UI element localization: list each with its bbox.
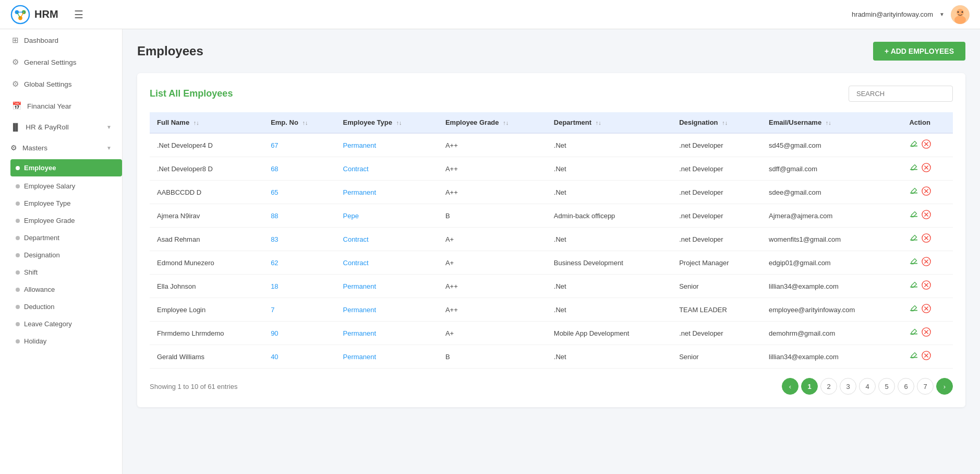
- pagination-page-7[interactable]: 7: [917, 378, 934, 395]
- edit-button[interactable]: [909, 280, 918, 292]
- edit-button[interactable]: [909, 351, 918, 362]
- delete-button[interactable]: [922, 210, 931, 221]
- cell-emp-no: 65: [263, 181, 335, 204]
- masters-icon: ⚙: [10, 144, 17, 152]
- cell-action: [902, 204, 953, 228]
- card-header: List All Employees: [150, 86, 953, 102]
- edit-button[interactable]: [909, 139, 918, 151]
- cell-designation: .net Developer: [672, 157, 761, 181]
- employees-table: Full Name ↑↓ Emp. No ↑↓ Employee Type ↑↓…: [150, 112, 953, 369]
- dot-employee-type: [16, 202, 20, 206]
- cell-employee-type: Pepe: [336, 204, 438, 228]
- delete-button[interactable]: [922, 257, 931, 268]
- pagination-prev[interactable]: ‹: [782, 378, 798, 395]
- sidebar-sub-item-designation[interactable]: Designation: [10, 246, 122, 264]
- cell-employee-type: Permanent: [336, 133, 438, 157]
- cell-email: sd45@gmail.com: [761, 133, 902, 157]
- dot-shift: [16, 270, 20, 275]
- delete-button[interactable]: [922, 139, 931, 151]
- sidebar-sub-item-leave-category[interactable]: Leave Category: [10, 315, 122, 333]
- sidebar-sub-item-employee-salary[interactable]: Employee Salary: [10, 177, 122, 195]
- sort-employee-type-icon[interactable]: ↑↓: [396, 120, 402, 126]
- delete-button[interactable]: [922, 280, 931, 292]
- edit-button[interactable]: [909, 327, 918, 339]
- edit-button[interactable]: [909, 186, 918, 198]
- sidebar-sub-item-holiday[interactable]: Holiday: [10, 333, 122, 350]
- pagination: ‹1234567›: [782, 378, 953, 395]
- edit-button[interactable]: [909, 163, 918, 174]
- pagination-page-1[interactable]: 1: [801, 378, 818, 395]
- page-header: Employees + ADD EMPLOYEES: [137, 42, 965, 61]
- cell-full-name: .Net Developer8 D: [150, 157, 263, 181]
- cell-action: [902, 322, 953, 345]
- table-row: Ajmera N9irav 88 Pepe B Admin-back offic…: [150, 204, 953, 228]
- cell-employee-type: Permanent: [336, 298, 438, 322]
- cell-employee-type: Contract: [336, 228, 438, 251]
- user-dropdown-arrow[interactable]: ▼: [939, 11, 945, 17]
- sidebar-item-hr-payroll[interactable]: ▐▌ HR & PayRoll ▼: [0, 117, 122, 137]
- sidebar-item-general-settings[interactable]: ⚙ General Settings: [0, 51, 122, 73]
- sidebar-sub-item-department[interactable]: Department: [10, 229, 122, 246]
- pagination-page-2[interactable]: 2: [820, 378, 837, 395]
- dot-allowance: [16, 288, 20, 292]
- edit-button[interactable]: [909, 233, 918, 245]
- col-full-name: Full Name ↑↓: [150, 112, 263, 133]
- sidebar-item-masters[interactable]: ⚙ Masters ▼: [0, 137, 122, 158]
- pagination-next[interactable]: ›: [936, 378, 953, 395]
- sort-email-icon[interactable]: ↑↓: [826, 120, 831, 126]
- pagination-page-4[interactable]: 4: [859, 378, 876, 395]
- search-input[interactable]: [849, 86, 953, 102]
- cell-employee-grade: A++: [438, 298, 547, 322]
- edit-button[interactable]: [909, 304, 918, 315]
- pagination-page-6[interactable]: 6: [898, 378, 914, 395]
- cell-designation: .net Developer: [672, 228, 761, 251]
- edit-button[interactable]: [909, 257, 918, 268]
- hamburger-button[interactable]: ☰: [74, 8, 83, 21]
- col-employee-grade: Employee Grade ↑↓: [438, 112, 547, 133]
- cell-action: [902, 133, 953, 157]
- sidebar-sub-item-deduction[interactable]: Deduction: [10, 298, 122, 315]
- delete-button[interactable]: [922, 186, 931, 198]
- sidebar-sub-item-employee-grade[interactable]: Employee Grade: [10, 212, 122, 229]
- cell-employee-type: Contract: [336, 251, 438, 275]
- pagination-page-3[interactable]: 3: [840, 378, 856, 395]
- sidebar-item-global-settings[interactable]: ⚙ Global Settings: [0, 73, 122, 95]
- col-action: Action: [902, 112, 953, 133]
- delete-button[interactable]: [922, 233, 931, 245]
- cell-email: womenfits1@gmail.com: [761, 228, 902, 251]
- logo-icon: [10, 5, 30, 25]
- svg-point-0: [11, 5, 29, 23]
- delete-button[interactable]: [922, 304, 931, 315]
- sidebar-sub-item-employee-salary-label: Employee Salary: [24, 182, 75, 190]
- sort-employee-grade-icon[interactable]: ↑↓: [503, 120, 509, 126]
- delete-button[interactable]: [922, 327, 931, 339]
- sidebar-item-financial-year[interactable]: 📅 Financial Year: [0, 95, 122, 117]
- edit-button[interactable]: [909, 210, 918, 221]
- sort-department-icon[interactable]: ↑↓: [596, 120, 601, 126]
- pagination-page-5[interactable]: 5: [878, 378, 895, 395]
- cell-department: .Net: [547, 298, 672, 322]
- cell-employee-grade: B: [438, 345, 547, 369]
- cell-emp-no: 88: [263, 204, 335, 228]
- cell-full-name: Fhrmdemo Lhrmdemo: [150, 322, 263, 345]
- sidebar-sub-item-shift[interactable]: Shift: [10, 264, 122, 281]
- cell-full-name: Employee Login: [150, 298, 263, 322]
- sidebar-sub-item-allowance[interactable]: Allowance: [10, 281, 122, 298]
- top-header: HRM ☰ hradmin@arityinfoway.com ▼: [0, 0, 980, 29]
- sidebar-item-dashboard[interactable]: ⊞ Dashboard: [0, 29, 122, 51]
- add-employees-button[interactable]: + ADD EMPLOYEES: [873, 42, 965, 61]
- sidebar-sub-item-employee[interactable]: Employee: [10, 159, 122, 176]
- delete-button[interactable]: [922, 351, 931, 362]
- dot-employee-grade: [16, 219, 20, 223]
- cell-full-name: Asad Rehman: [150, 228, 263, 251]
- sort-emp-no-icon[interactable]: ↑↓: [302, 120, 308, 126]
- cell-email: lillian34@example.com: [761, 275, 902, 298]
- cell-employee-type: Permanent: [336, 322, 438, 345]
- cell-action: [902, 275, 953, 298]
- logo-text: HRM: [34, 8, 58, 20]
- sidebar-sub-item-employee-type[interactable]: Employee Type: [10, 195, 122, 212]
- delete-button[interactable]: [922, 163, 931, 174]
- masters-chevron: ▼: [106, 145, 112, 151]
- sort-designation-icon[interactable]: ↑↓: [722, 120, 728, 126]
- sort-full-name-icon[interactable]: ↑↓: [193, 120, 199, 126]
